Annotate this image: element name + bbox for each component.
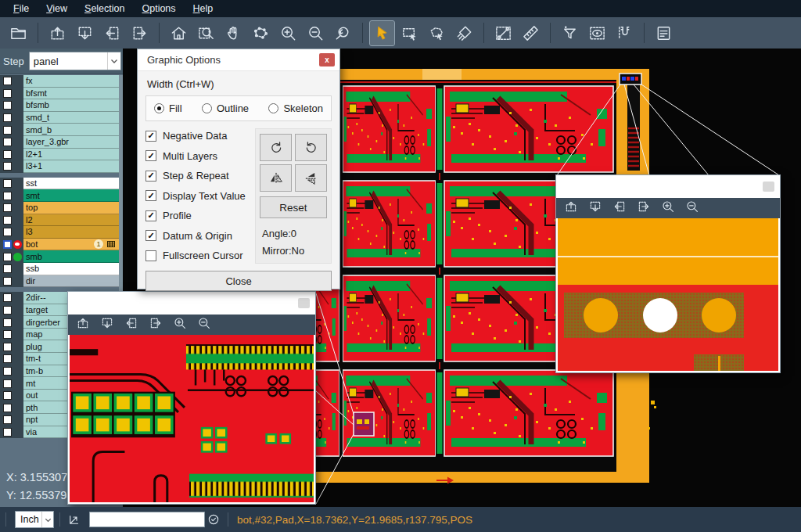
toolbar-button-select-arrow[interactable]	[370, 21, 394, 45]
popup-titlebar-button[interactable]	[298, 298, 310, 308]
layer-visibility-checkbox[interactable]	[3, 126, 12, 135]
radio-outline[interactable]: Outline	[202, 102, 249, 114]
menu-item-file[interactable]: File	[5, 2, 38, 16]
toolbar-button-pan-down[interactable]	[73, 21, 97, 45]
toolbar-button-zoom-in[interactable]	[276, 21, 300, 45]
checkbox-profile[interactable]: ✓Profile	[145, 210, 252, 221]
checkbox-display-text-value[interactable]: ✓Display Text Value	[145, 190, 252, 202]
layer-row-bot[interactable]: bot1	[0, 239, 119, 251]
menu-item-help[interactable]: Help	[185, 2, 222, 16]
layer-row-smd_t[interactable]: smd_t	[0, 112, 119, 124]
layer-row-bfsmb[interactable]: bfsmb	[0, 99, 119, 112]
layer-name[interactable]: layer_3.gbr	[23, 136, 119, 149]
toolbar-button-ruler[interactable]	[519, 21, 543, 45]
popup-toolbar-button-zoom-out[interactable]	[197, 316, 211, 333]
layer-name[interactable]: smd_b	[23, 124, 119, 136]
rotate-ccw-button[interactable]	[295, 134, 327, 161]
checkbox-box[interactable]: ✓	[145, 210, 156, 221]
layer-name[interactable]: smt	[23, 189, 119, 202]
toolbar-button-rect-select[interactable]	[397, 21, 422, 45]
close-icon[interactable]: x	[319, 53, 335, 66]
layer-visibility-checkbox[interactable]	[3, 306, 12, 315]
layer-row-ssb[interactable]: ssb	[0, 263, 119, 275]
checkbox-box[interactable]: ✓	[145, 230, 156, 241]
layer-visibility-checkbox[interactable]	[3, 192, 12, 200]
layer-row-l3[interactable]: l3	[0, 226, 119, 239]
toolbar-button-zoom-out[interactable]	[304, 21, 328, 45]
layer-name[interactable]: ssb	[23, 263, 119, 275]
datum-corner-icon[interactable]	[66, 511, 83, 528]
layer-row-l3+1[interactable]: l3+1	[0, 160, 119, 173]
layer-visibility-checkbox[interactable]	[3, 89, 12, 98]
popup-titlebar[interactable]	[556, 175, 780, 198]
toolbar-button-home[interactable]	[167, 21, 191, 45]
layer-name[interactable]: sst	[23, 178, 119, 190]
layer-visibility-checkbox[interactable]	[3, 293, 12, 302]
layer-row-l2[interactable]: l2	[0, 214, 119, 227]
layer-visibility-checkbox[interactable]	[3, 240, 12, 249]
popup-toolbar-button-pan-left[interactable]	[124, 316, 138, 333]
sync-check-icon[interactable]	[205, 511, 222, 528]
layer-row-smt[interactable]: smt	[0, 189, 119, 202]
mirror-vertical-button[interactable]	[295, 164, 327, 192]
layer-row-fx[interactable]: fx	[0, 75, 119, 88]
radio-dot[interactable]	[202, 103, 212, 113]
radio-dot[interactable]	[154, 103, 164, 113]
layer-visibility-checkbox[interactable]	[3, 101, 12, 110]
layer-visibility-checkbox[interactable]	[3, 367, 12, 376]
layer-name[interactable]: top	[23, 202, 119, 214]
toolbar-button-zoom-previous[interactable]	[331, 21, 355, 45]
toolbar-button-pan-hand[interactable]	[221, 21, 246, 45]
magnifier-window-right[interactable]	[555, 174, 781, 373]
mirror-horizontal-button[interactable]	[260, 164, 292, 192]
toolbar-button-clean-brush[interactable]	[452, 21, 476, 45]
layer-row-bfsmt[interactable]: bfsmt	[0, 88, 119, 100]
reset-button[interactable]: Reset	[260, 196, 327, 218]
checkbox-box[interactable]	[145, 250, 156, 261]
unit-select[interactable]: Inch	[15, 511, 54, 528]
toolbar-button-filter-funnel[interactable]	[558, 21, 582, 45]
menu-item-selection[interactable]: Selection	[76, 2, 133, 16]
layer-visibility-checkbox[interactable]	[3, 228, 12, 236]
popup-toolbar-button-pan-right[interactable]	[149, 316, 163, 333]
toolbar-button-measure-distance[interactable]	[491, 21, 515, 45]
toolbar-button-poly-select[interactable]	[425, 21, 449, 45]
layer-visibility-checkbox[interactable]	[3, 150, 12, 159]
layer-name[interactable]: bot1	[23, 239, 119, 251]
layer-row-smd_b[interactable]: smd_b	[0, 124, 119, 136]
layer-visibility-checkbox[interactable]	[3, 203, 12, 212]
layer-visibility-checkbox[interactable]	[3, 318, 12, 327]
popup-toolbar-button-pan-up[interactable]	[564, 200, 578, 217]
layer-name[interactable]: dir	[23, 275, 119, 288]
popup-toolbar-button-pan-right[interactable]	[637, 200, 651, 217]
popup-toolbar-button-pan-up[interactable]	[76, 316, 90, 333]
checkbox-datum-origin[interactable]: ✓Datum & Origin	[145, 230, 252, 242]
toolbar-button-folder-open[interactable]	[6, 21, 31, 45]
checkbox-negative-data[interactable]: ✓Negative Data	[145, 130, 252, 142]
popup-toolbar-button-pan-down[interactable]	[588, 200, 602, 217]
layer-visibility-checkbox[interactable]	[3, 415, 12, 424]
layer-visibility-checkbox[interactable]	[3, 354, 12, 363]
layer-name[interactable]: l3+1	[23, 160, 119, 173]
layer-name[interactable]: smd_t	[23, 112, 119, 124]
table-grid-icon[interactable]	[106, 239, 116, 249]
layer-visibility-checkbox[interactable]	[3, 428, 12, 437]
toolbar-button-zoom-object[interactable]	[249, 21, 273, 45]
layer-visibility-checkbox[interactable]	[3, 343, 12, 351]
layer-name[interactable]: smb	[23, 250, 119, 263]
popup-titlebar-button[interactable]	[763, 182, 774, 192]
layer-name[interactable]: l3	[23, 226, 119, 239]
toolbar-button-zoom-window[interactable]	[194, 21, 218, 45]
toolbar-button-pan-up[interactable]	[45, 21, 70, 45]
checkbox-box[interactable]: ✓	[145, 190, 156, 201]
layer-visibility-checkbox[interactable]	[3, 330, 12, 339]
toolbar-button-pan-left[interactable]	[100, 21, 124, 45]
layer-visibility-checkbox[interactable]	[3, 277, 12, 286]
radio-dot[interactable]	[268, 103, 278, 113]
layer-visibility-checkbox[interactable]	[3, 216, 12, 225]
rotate-cw-button[interactable]	[260, 134, 292, 161]
layer-row-layer_3.gbr[interactable]: layer_3.gbr	[0, 136, 119, 149]
layer-visibility-checkbox[interactable]	[3, 113, 12, 122]
layer-visibility-checkbox[interactable]	[3, 264, 12, 273]
layer-visibility-checkbox[interactable]	[3, 179, 12, 188]
